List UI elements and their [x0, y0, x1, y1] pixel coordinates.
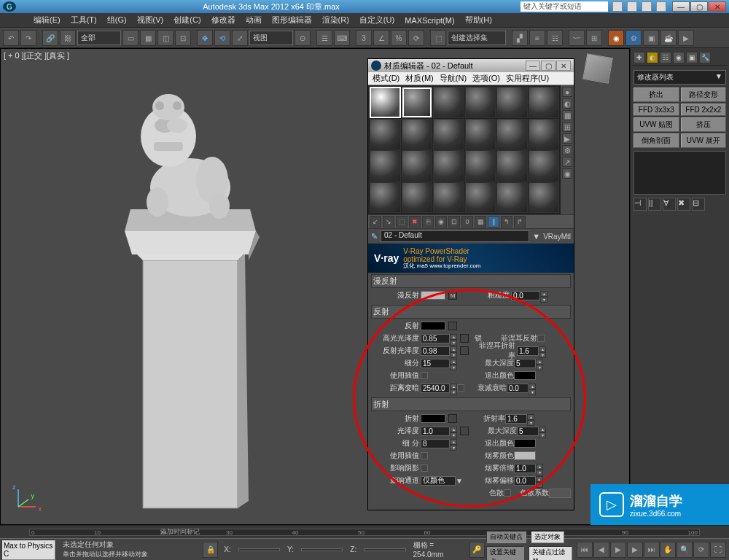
tab-motion[interactable]: ◉: [673, 52, 685, 63]
roughness-spinner[interactable]: 0.0: [511, 291, 540, 300]
stack-unique[interactable]: ∀: [663, 198, 676, 211]
show-end-button[interactable]: ‖: [488, 216, 499, 228]
material-slot[interactable]: [433, 182, 464, 214]
timeline[interactable]: 0102030405060708090100: [0, 525, 729, 538]
refr-interp-checkbox[interactable]: [421, 452, 428, 459]
material-type-button[interactable]: VRayMtl: [543, 233, 571, 241]
mod-ffd333[interactable]: FFD 3x3x3: [634, 104, 679, 116]
nav-parent-button[interactable]: ↰: [501, 216, 512, 228]
material-slot[interactable]: [370, 150, 401, 182]
stack-remove[interactable]: ✖: [677, 198, 690, 211]
tab-hierarchy[interactable]: ☷: [660, 52, 671, 63]
lock-icon[interactable]: 🔒: [203, 542, 218, 558]
material-slot[interactable]: [529, 119, 560, 150]
percent-snap-button[interactable]: %: [391, 30, 407, 46]
put-material-button[interactable]: ↘: [383, 216, 394, 228]
play-start[interactable]: ⏮: [577, 542, 593, 558]
refl-depth-spinner[interactable]: 5: [514, 359, 536, 368]
menu-modifiers[interactable]: 修改器: [207, 15, 240, 26]
section-reflect[interactable]: 反射: [371, 305, 571, 319]
dim-falloff-spinner[interactable]: 0.0: [507, 384, 529, 393]
layer-button[interactable]: ☷: [547, 30, 563, 46]
menu-tools[interactable]: 工具(T): [66, 15, 101, 26]
show-map-button[interactable]: ▦: [475, 216, 486, 228]
render-frame-button[interactable]: ▣: [643, 30, 659, 46]
uv-icon[interactable]: ⊞: [562, 122, 572, 132]
me-menu-nav[interactable]: 导航(N): [437, 73, 469, 84]
material-slot[interactable]: [529, 87, 560, 118]
tab-modify[interactable]: ◐: [647, 52, 658, 63]
material-slot[interactable]: [465, 150, 496, 182]
refl-subdiv-spinner[interactable]: 15: [421, 359, 450, 368]
stack-config[interactable]: ⊟: [692, 198, 705, 211]
schematic-button[interactable]: ⊞: [586, 30, 602, 46]
get-material-button[interactable]: ↙: [370, 216, 381, 228]
abbe-spinner[interactable]: [549, 489, 571, 498]
close-button[interactable]: ✕: [709, 1, 726, 12]
material-slot[interactable]: [496, 182, 528, 214]
refr-gloss-spinner[interactable]: 1.0: [421, 427, 450, 436]
stack-show[interactable]: ||: [648, 198, 661, 211]
material-slot-2[interactable]: [402, 87, 433, 118]
copy-button[interactable]: ⎘: [422, 216, 434, 228]
link-button[interactable]: 🔗: [42, 30, 58, 46]
tab-utility[interactable]: 🔧: [699, 52, 711, 63]
diffuse-map[interactable]: M: [448, 291, 457, 300]
material-slot[interactable]: [433, 119, 464, 150]
affect-shadow-checkbox[interactable]: [421, 464, 428, 472]
render-setup-button[interactable]: ⚙: [625, 30, 642, 46]
selection-filter[interactable]: 全部: [77, 31, 121, 45]
mtl-id-button[interactable]: 0: [461, 216, 473, 228]
material-slot[interactable]: [402, 150, 433, 182]
unlink-button[interactable]: ⛓: [60, 30, 76, 46]
me-minimize[interactable]: —: [526, 61, 540, 71]
refr-exit-color[interactable]: [514, 439, 536, 448]
refract-color[interactable]: [421, 414, 445, 423]
edit-selection-button[interactable]: ⬚: [430, 30, 446, 46]
play-prev[interactable]: ◀: [593, 542, 609, 558]
pivot-button[interactable]: ⊙: [295, 30, 311, 46]
material-slot[interactable]: [465, 87, 496, 118]
orbit-view[interactable]: ⟳: [693, 542, 709, 558]
menu-render[interactable]: 渲染(R): [318, 15, 354, 26]
set-key-button[interactable]: 设置关键点: [486, 546, 524, 560]
mirror-button[interactable]: ▞: [512, 30, 528, 46]
fog-mult-spinner[interactable]: 1.0: [514, 464, 536, 473]
modifier-stack[interactable]: [634, 151, 726, 195]
signin-icon[interactable]: [656, 1, 666, 12]
spinner-snap-button[interactable]: ⟳: [408, 30, 424, 46]
pan-view[interactable]: ✋: [660, 542, 676, 558]
mtl-icon[interactable]: ◉: [562, 168, 572, 179]
viewport-label[interactable]: [ + 0 ][正交 ][真实 ]: [4, 50, 69, 61]
keyboard-button[interactable]: ⌨: [334, 30, 350, 46]
me-close[interactable]: ✕: [556, 61, 571, 71]
mod-ffd222[interactable]: FFD 2x2x2: [681, 104, 727, 116]
fog-bias-spinner[interactable]: 0.0: [514, 476, 536, 486]
reset-button[interactable]: ✖: [409, 216, 421, 228]
info-icon[interactable]: [627, 1, 637, 12]
material-slot[interactable]: [433, 150, 464, 182]
mod-extrude[interactable]: 挤出: [634, 88, 679, 102]
me-maximize[interactable]: ▢: [541, 61, 555, 71]
y-coord[interactable]: [301, 548, 343, 551]
refl-exit-color[interactable]: [514, 371, 536, 380]
refl-gloss-spinner[interactable]: 0.98: [421, 346, 450, 356]
fog-color[interactable]: [514, 451, 536, 460]
selection-set-combo[interactable]: 创建选择集: [448, 31, 506, 45]
section-diffuse[interactable]: 漫反射: [371, 274, 571, 288]
stack-pin[interactable]: ⊣: [634, 198, 647, 211]
search-input[interactable]: 键入关键字或短语: [521, 1, 608, 12]
maxscript-listener[interactable]: Max to Physics C: [1, 540, 55, 560]
move-button[interactable]: ✥: [197, 30, 213, 46]
material-slot[interactable]: [402, 182, 433, 214]
timeline-hint[interactable]: 添加时间标记: [160, 527, 200, 537]
select-region-button[interactable]: ◫: [157, 30, 174, 46]
menu-view[interactable]: 视图(V): [133, 15, 168, 26]
menu-create[interactable]: 创建(C): [169, 15, 205, 26]
material-slot[interactable]: [465, 119, 496, 150]
material-slot[interactable]: [496, 150, 528, 182]
key-icon[interactable]: 🔑: [469, 542, 485, 558]
fresnel-ior-spinner[interactable]: 1.6: [517, 346, 539, 356]
manipulate-button[interactable]: ☰: [316, 30, 332, 46]
dispersion-checkbox[interactable]: [504, 489, 511, 497]
